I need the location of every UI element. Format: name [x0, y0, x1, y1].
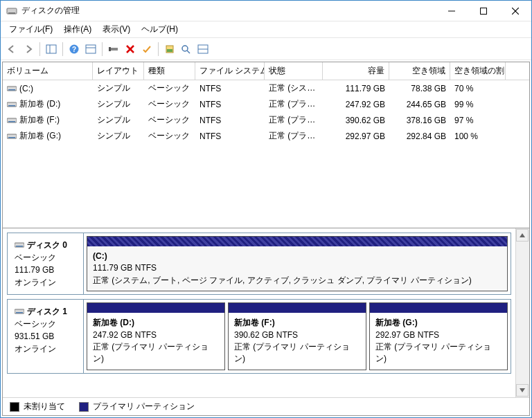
partition-header: [370, 303, 507, 313]
volume-freepct-cell: 97 %: [450, 113, 506, 127]
volume-status-cell: 正常 (プラ…: [265, 113, 323, 127]
show-hide-tree-button[interactable]: [43, 41, 60, 57]
partition-size: 111.79 GB NTFS: [93, 262, 502, 274]
volume-name-cell: (C:): [3, 81, 93, 96]
volume-layout-cell: シンプル: [93, 113, 144, 127]
volume-row[interactable]: 新加卷 (G:)シンプルベーシックNTFS正常 (プラ…292.97 GB292…: [3, 128, 529, 144]
layout-button[interactable]: [195, 41, 211, 57]
volume-layout-cell: シンプル: [93, 81, 144, 96]
help-button[interactable]: ?: [66, 41, 82, 57]
col-status[interactable]: 状態: [265, 62, 323, 80]
partition-body: 新加卷 (D:)247.92 GB NTFS正常 (プライマリ パーティション): [87, 313, 224, 370]
svg-rect-1: [8, 12, 15, 14]
volume-fs-cell: NTFS: [195, 81, 265, 96]
partition-body: 新加卷 (F:)390.62 GB NTFS正常 (プライマリ パーティション): [229, 313, 366, 370]
partition[interactable]: 新加卷 (G:)292.97 GB NTFS正常 (プライマリ パーティション): [369, 302, 508, 370]
volume-list[interactable]: ボリューム レイアウト 種類 ファイル システム 状態 容量 空き領域 空き領域…: [3, 62, 529, 228]
separator: [102, 42, 103, 56]
volume-status-cell: 正常 (プラ…: [265, 129, 323, 143]
partition-size: 247.92 GB NTFS: [93, 329, 219, 341]
partition-header: [87, 237, 507, 246]
volume-status-cell: 正常 (シス…: [265, 81, 323, 96]
minimize-button[interactable]: [436, 1, 468, 21]
disk-status: オンライン: [15, 276, 76, 289]
svg-point-18: [182, 46, 188, 51]
menu-view[interactable]: 表示(V): [97, 21, 136, 37]
disk-info[interactable]: ディスク 0ベーシック111.79 GBオンライン: [8, 233, 84, 294]
legend-unallocated-label: 未割り当て: [24, 401, 65, 412]
menu-help[interactable]: ヘルプ(H): [136, 21, 184, 37]
disk-size: 111.79 GB: [15, 264, 76, 276]
rescan-button[interactable]: [178, 41, 195, 57]
partition[interactable]: 新加卷 (D:)247.92 GB NTFS正常 (プライマリ パーティション): [87, 302, 225, 370]
settings-button[interactable]: [105, 41, 122, 57]
close-button[interactable]: [499, 1, 531, 21]
forward-button[interactable]: [20, 41, 37, 57]
properties-button[interactable]: [139, 41, 155, 57]
view-button[interactable]: [82, 41, 99, 57]
separator: [62, 42, 63, 56]
svg-rect-25: [8, 105, 15, 107]
app-icon: [6, 6, 17, 17]
col-freepct[interactable]: 空き領域の割…: [450, 62, 506, 80]
partition-size: 390.62 GB NTFS: [234, 329, 360, 341]
col-capacity[interactable]: 容量: [323, 62, 389, 80]
svg-rect-6: [46, 45, 56, 53]
disk-type: ベーシック: [15, 318, 76, 330]
svg-line-19: [187, 51, 190, 53]
col-free[interactable]: 空き領域: [389, 62, 450, 80]
col-filesystem[interactable]: ファイル システム: [195, 62, 265, 80]
volume-fs-cell: NTFS: [195, 113, 265, 127]
volume-type-cell: ベーシック: [144, 129, 195, 143]
disk-type: ベーシック: [15, 251, 76, 264]
volume-fs-cell: NTFS: [195, 129, 265, 143]
vertical-scrollbar[interactable]: [515, 228, 529, 397]
scroll-down-button[interactable]: [516, 384, 529, 397]
window-title: ディスクの管理: [21, 5, 436, 17]
svg-rect-17: [167, 49, 172, 52]
menu-action[interactable]: 操作(A): [58, 21, 97, 37]
titlebar[interactable]: ディスクの管理: [1, 1, 531, 21]
svg-rect-27: [8, 121, 15, 122]
disk-rows-container[interactable]: ディスク 0ベーシック111.79 GBオンライン(C:)111.79 GB N…: [3, 228, 515, 397]
volume-type-cell: ベーシック: [144, 97, 195, 111]
disk-row: ディスク 1ベーシック931.51 GBオンライン新加卷 (D:)247.92 …: [7, 299, 511, 374]
volume-free-cell: 292.84 GB: [389, 129, 450, 143]
volume-row[interactable]: (C:)シンプルベーシックNTFS正常 (シス…111.79 GB78.38 G…: [3, 80, 529, 96]
content-area: ボリューム レイアウト 種類 ファイル システム 状態 容量 空き領域 空き領域…: [2, 62, 530, 416]
disk-graphical-view: ディスク 0ベーシック111.79 GBオンライン(C:)111.79 GB N…: [3, 228, 529, 397]
disk-info[interactable]: ディスク 1ベーシック931.51 GBオンライン: [8, 300, 84, 373]
separator: [158, 42, 159, 56]
delete-button[interactable]: [122, 41, 139, 57]
volume-layout-cell: シンプル: [93, 129, 144, 143]
volume-layout-cell: シンプル: [93, 97, 144, 111]
svg-rect-33: [16, 312, 23, 314]
disk-partitions: 新加卷 (D:)247.92 GB NTFS正常 (プライマリ パーティション)…: [84, 300, 511, 373]
volume-capacity-cell: 390.62 GB: [323, 113, 389, 127]
col-volume[interactable]: ボリューム: [3, 62, 93, 80]
partition-status: 正常 (システム, ブート, ページ ファイル, アクティブ, クラッシュ ダン…: [93, 275, 502, 287]
svg-rect-10: [86, 45, 96, 53]
partition[interactable]: 新加卷 (F:)390.62 GB NTFS正常 (プライマリ パーティション): [228, 302, 366, 370]
volume-row[interactable]: 新加卷 (D:)シンプルベーシックNTFS正常 (プラ…247.92 GB244…: [3, 96, 529, 112]
partition-name: (C:): [93, 251, 502, 262]
partition-name: 新加卷 (G:): [375, 317, 502, 329]
maximize-button[interactable]: [468, 1, 499, 21]
volume-name-cell: 新加卷 (F:): [3, 113, 93, 127]
volume-fs-cell: NTFS: [195, 97, 265, 111]
back-button[interactable]: [3, 41, 20, 57]
partition-status: 正常 (プライマリ パーティション): [93, 341, 219, 365]
refresh-button[interactable]: [161, 41, 178, 57]
volume-name-cell: 新加卷 (G:): [3, 129, 93, 143]
volume-row[interactable]: 新加卷 (F:)シンプルベーシックNTFS正常 (プラ…390.62 GB378…: [3, 112, 529, 128]
partition-body: (C:)111.79 GB NTFS正常 (システム, ブート, ページ ファイ…: [87, 246, 507, 291]
svg-rect-23: [8, 89, 15, 91]
partition[interactable]: (C:)111.79 GB NTFS正常 (システム, ブート, ページ ファイ…: [87, 236, 508, 291]
col-type[interactable]: 種類: [144, 62, 195, 80]
svg-rect-3: [481, 8, 487, 14]
scroll-up-button[interactable]: [516, 229, 529, 242]
col-layout[interactable]: レイアウト: [93, 62, 144, 80]
menu-file[interactable]: ファイル(F): [3, 21, 58, 37]
volume-freepct-cell: 99 %: [450, 97, 506, 111]
volume-free-cell: 244.65 GB: [389, 97, 450, 111]
